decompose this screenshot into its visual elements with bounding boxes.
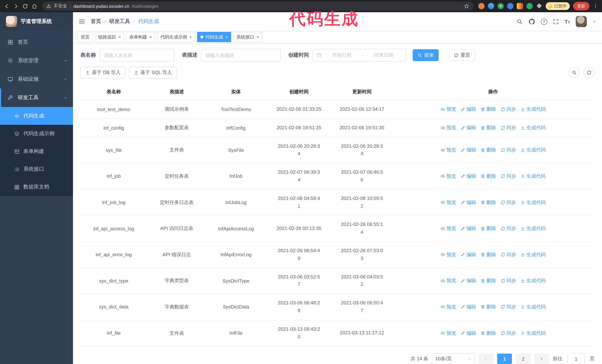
delete-link[interactable]: 删除 bbox=[481, 147, 496, 154]
extension-icon-v[interactable]: V bbox=[497, 3, 504, 9]
extension-icon-orange[interactable] bbox=[478, 3, 484, 9]
preview-link[interactable]: 预览 bbox=[441, 330, 456, 336]
tab-form-builder[interactable]: 表单构建× bbox=[126, 32, 155, 42]
sync-link[interactable]: 同步 bbox=[501, 225, 516, 232]
breadcrumb-devtools[interactable]: 研发工具 bbox=[109, 18, 130, 25]
preview-link[interactable]: 预览 bbox=[441, 278, 456, 284]
browser-reload-icon[interactable] bbox=[22, 3, 28, 9]
browser-forward-icon[interactable] bbox=[13, 3, 19, 9]
toggle-search-button[interactable] bbox=[569, 67, 580, 78]
tab-trace[interactable]: 链路追踪× bbox=[95, 32, 124, 42]
edit-link[interactable]: 编辑 bbox=[461, 173, 476, 180]
preview-link[interactable]: 预览 bbox=[441, 304, 456, 310]
avatar-caret-icon[interactable] bbox=[592, 20, 596, 23]
help-icon[interactable]: ? bbox=[541, 18, 547, 25]
preview-link[interactable]: 预览 bbox=[441, 173, 456, 180]
generate-code-link[interactable]: 生成代码 bbox=[520, 106, 546, 113]
sync-link[interactable]: 同步 bbox=[501, 199, 516, 206]
font-size-icon[interactable]: TT bbox=[564, 19, 570, 24]
sync-link[interactable]: 同步 bbox=[501, 147, 516, 154]
generate-code-link[interactable]: 生成代码 bbox=[520, 304, 546, 310]
browser-update-button[interactable]: 更新 bbox=[573, 2, 589, 10]
search-button[interactable]: 搜索 bbox=[413, 49, 439, 61]
sync-link[interactable]: 同步 bbox=[501, 251, 516, 258]
table-name-input[interactable] bbox=[100, 49, 174, 62]
edit-link[interactable]: 编辑 bbox=[461, 330, 476, 336]
generate-code-link[interactable]: 生成代码 bbox=[520, 330, 546, 336]
generate-code-link[interactable]: 生成代码 bbox=[520, 125, 546, 131]
sync-link[interactable]: 同步 bbox=[501, 173, 516, 180]
sync-link[interactable]: 同步 bbox=[501, 304, 516, 310]
sync-link[interactable]: 同步 bbox=[501, 278, 516, 284]
delete-link[interactable]: 删除 bbox=[481, 251, 496, 258]
sidebar-item-codegen-demo[interactable]: 代码生成示例 bbox=[0, 125, 73, 143]
delete-link[interactable]: 删除 bbox=[481, 330, 496, 336]
goto-page-input[interactable] bbox=[568, 353, 585, 364]
extensions-puzzle-icon[interactable] bbox=[536, 3, 542, 9]
breadcrumb-home[interactable]: 首页 bbox=[91, 18, 101, 25]
delete-link[interactable]: 删除 bbox=[481, 199, 496, 206]
page-size-select[interactable]: 10条/页 bbox=[432, 354, 475, 364]
tab-codegen[interactable]: 代码生成× bbox=[197, 32, 231, 42]
generate-code-link[interactable]: 生成代码 bbox=[520, 251, 546, 258]
reset-button[interactable]: 重置 bbox=[449, 49, 475, 61]
tab-api[interactable]: 系统接口× bbox=[233, 32, 262, 42]
sync-link[interactable]: 同步 bbox=[501, 125, 516, 131]
delete-link[interactable]: 删除 bbox=[481, 278, 496, 284]
delete-link[interactable]: 删除 bbox=[481, 304, 496, 310]
generate-code-link[interactable]: 生成代码 bbox=[520, 278, 546, 284]
extension-icon-card[interactable] bbox=[517, 3, 523, 9]
extension-icon-drop[interactable] bbox=[488, 3, 494, 9]
edit-link[interactable]: 编辑 bbox=[461, 278, 476, 284]
preview-link[interactable]: 预览 bbox=[441, 125, 456, 131]
sync-link[interactable]: 同步 bbox=[501, 106, 516, 113]
edit-link[interactable]: 编辑 bbox=[461, 125, 476, 131]
close-icon[interactable]: × bbox=[225, 35, 228, 39]
edit-link[interactable]: 编辑 bbox=[461, 225, 476, 232]
paused-badge[interactable]: 已暂停 bbox=[546, 2, 570, 10]
address-bar[interactable]: 不安全 | dashboard.yudao.iocoder.cn/tool/co… bbox=[42, 1, 473, 11]
tab-home[interactable]: 首页 bbox=[77, 32, 93, 42]
delete-link[interactable]: 删除 bbox=[481, 106, 496, 113]
page-button-2[interactable]: 2 bbox=[516, 354, 530, 364]
sidebar-item-home[interactable]: 首页 bbox=[0, 33, 73, 52]
close-icon[interactable]: × bbox=[149, 35, 152, 39]
edit-link[interactable]: 编辑 bbox=[461, 251, 476, 258]
prev-page-button[interactable] bbox=[479, 354, 494, 364]
avatar[interactable] bbox=[576, 16, 587, 27]
import-sql-button[interactable]: 基于 SQL 导入 bbox=[129, 67, 177, 79]
extension-icon-leaf[interactable] bbox=[527, 3, 533, 9]
tab-codegen-demo[interactable]: 代码生成示例× bbox=[157, 32, 195, 42]
generate-code-link[interactable]: 生成代码 bbox=[520, 173, 546, 180]
sidebar-item-devtools[interactable]: 研发工具 bbox=[0, 89, 73, 107]
sidebar-item-system[interactable]: 系统管理 bbox=[0, 52, 73, 70]
sidebar-item-api[interactable]: 系统接口 bbox=[0, 160, 73, 178]
delete-link[interactable]: 删除 bbox=[481, 173, 496, 180]
edit-link[interactable]: 编辑 bbox=[461, 304, 476, 310]
delete-link[interactable]: 删除 bbox=[481, 225, 496, 232]
sidebar-item-db-doc[interactable]: 数据库文档 bbox=[0, 178, 73, 196]
edit-link[interactable]: 编辑 bbox=[461, 199, 476, 206]
close-icon[interactable]: × bbox=[256, 35, 259, 39]
hamburger-icon[interactable] bbox=[78, 18, 85, 25]
sync-link[interactable]: 同步 bbox=[501, 330, 516, 336]
fullscreen-icon[interactable] bbox=[553, 18, 559, 25]
sidebar-item-form-builder[interactable]: 表单构建 bbox=[0, 143, 73, 160]
generate-code-link[interactable]: 生成代码 bbox=[520, 147, 546, 154]
close-icon[interactable]: × bbox=[118, 35, 121, 39]
preview-link[interactable]: 预览 bbox=[441, 251, 456, 258]
import-db-button[interactable]: 基于 DB 导入 bbox=[80, 67, 125, 79]
generate-code-link[interactable]: 生成代码 bbox=[520, 225, 546, 232]
date-range-picker[interactable]: 开始日期 - 结束日期 bbox=[313, 49, 406, 62]
preview-link[interactable]: 预览 bbox=[441, 199, 456, 206]
preview-link[interactable]: 预览 bbox=[441, 225, 456, 232]
next-page-button[interactable] bbox=[534, 354, 549, 364]
close-icon[interactable]: × bbox=[189, 35, 192, 39]
github-icon[interactable] bbox=[528, 18, 535, 25]
bookmark-star-icon[interactable] bbox=[464, 3, 469, 9]
browser-menu-icon[interactable] bbox=[593, 3, 598, 9]
sidebar-item-codegen[interactable]: 代码生成 bbox=[0, 107, 73, 125]
table-desc-input[interactable] bbox=[201, 49, 281, 62]
extension-icon-people[interactable] bbox=[507, 3, 514, 9]
preview-link[interactable]: 预览 bbox=[441, 147, 456, 154]
